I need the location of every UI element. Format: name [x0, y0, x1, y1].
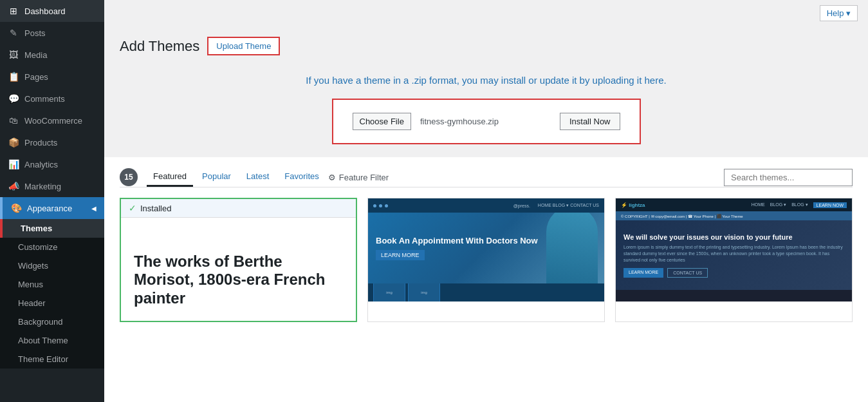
learn-more-btn: LEARN MORE	[623, 268, 663, 278]
sidebar-sub-item-customize[interactable]: Customize	[0, 238, 104, 256]
sidebar-item-label: Dashboard	[24, 6, 66, 16]
sidebar-sub-item-menus[interactable]: Menus	[0, 275, 104, 294]
sidebar-item-dashboard[interactable]: ⊞ Dashboard	[0, 0, 104, 22]
filename-display: fitness-gymhouse.zip	[420, 117, 551, 126]
appearance-icon: 🎨	[10, 203, 22, 213]
sidebar-item-marketing[interactable]: 📣 Marketing	[0, 175, 104, 197]
topbar: Help ▾	[104, 0, 868, 26]
themes-search-input[interactable]	[724, 169, 853, 186]
medical-top-bar: @press. HOME BLOG ▾ CONTACT US	[368, 198, 604, 213]
sidebar-item-label: Products	[24, 138, 57, 148]
sidebar-item-label: Analytics	[24, 160, 58, 169]
sidebar-item-label: Pages	[24, 72, 48, 82]
sidebar-item-label: Posts	[24, 28, 46, 38]
business-content: We will solve your issues our vision to …	[616, 220, 852, 290]
appearance-submenu: Themes Customize Widgets Menus Header Ba…	[0, 219, 104, 368]
pages-icon: 📋	[8, 72, 19, 82]
theme-preview-business: ⚡ lightza HOMEBLOG ▾BLOG ▾ LEARN NOW © C…	[616, 198, 852, 302]
marketing-icon: 📣	[8, 181, 19, 191]
sidebar-item-analytics[interactable]: 📊 Analytics	[0, 153, 104, 175]
upload-info-text: If you have a theme in a .zip format, yo…	[120, 75, 853, 86]
upload-section: If you have a theme in a .zip format, yo…	[104, 62, 868, 157]
sidebar-item-label: Comments	[24, 94, 65, 104]
medical-cta: LEARN MORE	[376, 250, 425, 260]
sidebar-item-label: Marketing	[24, 182, 61, 191]
feature-filter[interactable]: ⚙ Feature Filter	[328, 173, 389, 182]
theme-count-badge: 15	[120, 168, 138, 186]
business-top-bar: ⚡ lightza HOMEBLOG ▾BLOG ▾ LEARN NOW	[616, 198, 852, 211]
sidebar-sub-item-header[interactable]: Header	[0, 294, 104, 312]
sidebar-item-label: Media	[24, 50, 47, 60]
sidebar-item-pages[interactable]: 📋 Pages	[0, 66, 104, 88]
tab-favorites[interactable]: Favorites	[278, 168, 325, 187]
theme-preview-medical: @press. HOME BLOG ▾ CONTACT US Book An A…	[368, 198, 604, 302]
sidebar-item-label: Appearance	[27, 204, 72, 213]
theme-preview-berthe: The works of Berthe Morisot, 1800s-era F…	[121, 218, 356, 321]
choose-file-button[interactable]: Choose File	[353, 113, 411, 130]
themes-grid: ✓ Installed The works of Berthe Morisot,…	[120, 198, 853, 322]
installed-badge: ✓ Installed	[121, 199, 356, 218]
page-header: Add Themes Upload Theme	[104, 26, 868, 62]
sidebar-sub-item-background[interactable]: Background	[0, 312, 104, 331]
business-cta-buttons: LEARN MORE CONTACT US	[623, 268, 844, 278]
berthe-title: The works of Berthe Morisot, 1800s-era F…	[134, 253, 343, 308]
sidebar-item-woocommerce[interactable]: 🛍 WooCommerce	[0, 110, 104, 131]
upload-theme-button[interactable]: Upload Theme	[207, 37, 280, 55]
themes-section: 15 Featured Popular Latest Favorites ⚙ F…	[104, 157, 868, 402]
business-logo: ⚡ lightza	[621, 202, 645, 208]
analytics-icon: 📊	[8, 159, 19, 169]
sidebar-sub-item-widgets[interactable]: Widgets	[0, 256, 104, 275]
products-icon: 📦	[8, 137, 19, 148]
dashboard-icon: ⊞	[8, 6, 19, 16]
sidebar-item-appearance[interactable]: 🎨 Appearance ◀	[0, 197, 104, 219]
business-heading: We will solve your issues our vision to …	[623, 233, 844, 242]
medical-content: Book An Appointment With Doctors Now LEA…	[368, 213, 604, 283]
business-subtext: Lorem ipsum is simply dummy text of the …	[623, 244, 844, 263]
install-now-button[interactable]: Install Now	[560, 113, 620, 130]
woocommerce-icon: 🛍	[8, 115, 19, 126]
main-content: Help ▾ Add Themes Upload Theme If you ha…	[104, 0, 868, 402]
tab-featured[interactable]: Featured	[147, 168, 193, 187]
sidebar: ⊞ Dashboard ✎ Posts 🖼 Media 📋 Pages 💬 Co…	[0, 0, 104, 402]
page-title: Add Themes	[120, 38, 199, 55]
business-nav: HOMEBLOG ▾BLOG ▾ LEARN NOW	[752, 202, 847, 208]
theme-card-medical[interactable]: @press. HOME BLOG ▾ CONTACT US Book An A…	[367, 198, 605, 322]
check-icon: ✓	[129, 203, 136, 213]
themes-nav: 15 Featured Popular Latest Favorites ⚙ F…	[120, 168, 853, 187]
tab-latest[interactable]: Latest	[240, 168, 275, 187]
medical-heading: Book An Appointment With Doctors Now	[376, 236, 538, 247]
help-button[interactable]: Help ▾	[820, 5, 858, 21]
theme-card-berthe[interactable]: ✓ Installed The works of Berthe Morisot,…	[120, 198, 357, 322]
appearance-arrow: ◀	[91, 205, 97, 212]
posts-icon: ✎	[8, 28, 19, 38]
sidebar-sub-item-theme-editor[interactable]: Theme Editor	[0, 350, 104, 368]
sidebar-item-products[interactable]: 📦 Products	[0, 131, 104, 153]
sidebar-sub-item-themes[interactable]: Themes	[0, 219, 104, 238]
sidebar-item-comments[interactable]: 💬 Comments	[0, 88, 104, 110]
comments-icon: 💬	[8, 93, 19, 104]
theme-card-business[interactable]: ⚡ lightza HOMEBLOG ▾BLOG ▾ LEARN NOW © C…	[615, 198, 853, 322]
sidebar-item-label: WooCommerce	[24, 116, 82, 126]
gear-icon: ⚙	[328, 173, 336, 182]
sidebar-sub-item-about-theme[interactable]: About Theme	[0, 331, 104, 350]
upload-box: Choose File fitness-gymhouse.zip Install…	[332, 99, 641, 144]
sidebar-item-posts[interactable]: ✎ Posts	[0, 22, 104, 44]
tab-popular[interactable]: Popular	[196, 168, 237, 187]
contact-us-btn: CONTACT US	[667, 268, 708, 278]
media-icon: 🖼	[8, 50, 19, 60]
sidebar-item-media[interactable]: 🖼 Media	[0, 44, 104, 66]
